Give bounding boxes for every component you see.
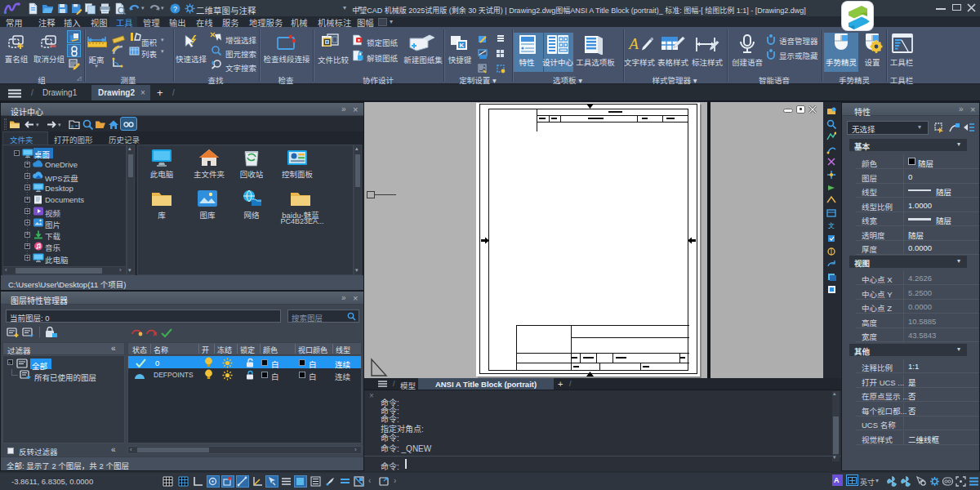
- svg-text:K: K: [460, 42, 465, 49]
- svg-text:文: 文: [828, 222, 835, 229]
- svg-text:A: A: [627, 35, 639, 52]
- svg-text:?: ?: [173, 5, 177, 13]
